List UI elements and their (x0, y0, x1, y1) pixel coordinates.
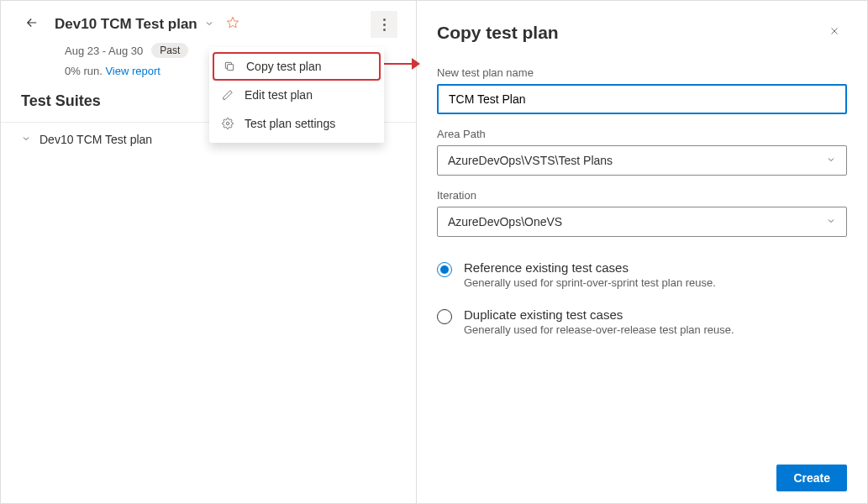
area-path-label: Area Path (437, 128, 847, 140)
dropdown-value: AzureDevOps\OneVS (448, 215, 562, 228)
menu-copy-test-plan[interactable]: Copy test plan (213, 52, 381, 81)
radio-icon (437, 309, 452, 324)
view-report-link[interactable]: View report (105, 65, 160, 77)
dialog-footer: Create (776, 465, 847, 491)
run-status: 0% run. (65, 65, 103, 77)
radio-title: Reference existing test cases (464, 260, 716, 275)
iteration-dropdown[interactable]: AzureDevOps\OneVS (437, 207, 847, 237)
iteration-label: Iteration (437, 189, 847, 202)
chevron-down-icon (826, 216, 836, 228)
plan-header: Dev10 TCM Test plan (1, 1, 416, 38)
edit-icon (221, 88, 234, 102)
form-section: New test plan name Area Path AzureDevOps… (417, 55, 867, 237)
star-icon[interactable] (226, 16, 239, 33)
svg-point-2 (226, 122, 229, 125)
copy-test-plan-dialog: Copy test plan New test plan name Area P… (416, 0, 868, 504)
chevron-down-icon[interactable] (204, 18, 214, 31)
past-badge: Past (151, 43, 188, 58)
more-actions-button[interactable] (371, 11, 397, 38)
annotation-arrow-head (412, 58, 420, 70)
tree-item-label: Dev10 TCM Test plan (39, 133, 152, 146)
radio-description: Generally used for sprint-over-sprint te… (464, 276, 716, 289)
date-range: Aug 23 - Aug 30 (65, 45, 143, 57)
menu-item-label: Test plan settings (245, 117, 335, 130)
copy-icon (223, 60, 236, 73)
svg-rect-1 (228, 65, 234, 71)
gear-icon (221, 117, 234, 130)
context-menu: Copy test plan Edit test plan Test plan … (209, 47, 384, 143)
plan-title: Dev10 TCM Test plan (55, 16, 197, 33)
name-label: New test plan name (437, 66, 847, 79)
menu-item-label: Edit test plan (245, 88, 313, 102)
radio-description: Generally used for release-over-release … (464, 323, 734, 336)
dialog-title: Copy test plan (437, 23, 559, 43)
radio-title: Duplicate existing test cases (464, 307, 734, 322)
vertical-dots-icon (383, 18, 386, 31)
menu-test-plan-settings[interactable]: Test plan settings (209, 109, 384, 138)
close-icon[interactable] (825, 21, 844, 45)
create-button[interactable]: Create (776, 465, 847, 491)
chevron-down-icon (826, 155, 836, 167)
radio-icon (437, 262, 452, 277)
dropdown-value: AzureDevOps\VSTS\Test Plans (448, 154, 613, 167)
menu-edit-test-plan[interactable]: Edit test plan (209, 81, 384, 109)
chevron-down-icon (21, 134, 31, 146)
svg-marker-0 (227, 17, 238, 28)
back-arrow-icon[interactable] (24, 15, 39, 34)
test-plan-name-input[interactable] (437, 84, 847, 114)
radio-reference-existing[interactable]: Reference existing test cases Generally … (437, 260, 847, 289)
radio-group: Reference existing test cases Generally … (417, 237, 867, 336)
menu-item-label: Copy test plan (246, 60, 322, 73)
radio-duplicate-existing[interactable]: Duplicate existing test cases Generally … (437, 307, 847, 336)
dialog-header: Copy test plan (417, 1, 867, 55)
area-path-dropdown[interactable]: AzureDevOps\VSTS\Test Plans (437, 145, 847, 176)
